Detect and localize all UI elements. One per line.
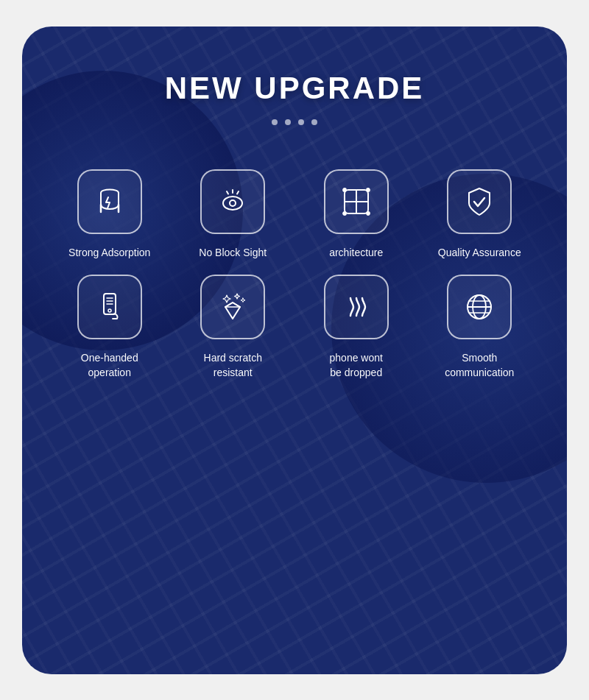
feature-label-hard-scratch-resistant: Hard scratchresistant xyxy=(204,351,262,380)
feature-label-no-block-sight: No Block Sight xyxy=(199,246,267,261)
svg-point-16 xyxy=(108,309,111,312)
feature-one-handed-operation: One-handedoperation xyxy=(52,275,168,380)
dot-1 xyxy=(272,119,278,125)
icon-box-eye xyxy=(200,169,265,234)
magnet-icon xyxy=(92,184,127,219)
card: NEW UPGRADE St xyxy=(22,26,567,674)
feature-label-one-handed-operation: One-handedoperation xyxy=(81,351,138,380)
feature-architecture: architecture xyxy=(298,169,415,261)
feature-hard-scratch-resistant: Hard scratchresistant xyxy=(175,275,292,380)
features-grid: Strong Adsorption No Block xyxy=(52,169,537,381)
feature-strong-adsorption: Strong Adsorption xyxy=(52,169,168,261)
svg-point-11 xyxy=(367,212,370,215)
svg-marker-19 xyxy=(241,298,245,303)
icon-box-shield xyxy=(447,169,512,234)
svg-point-10 xyxy=(343,212,346,215)
svg-line-22 xyxy=(225,303,233,307)
svg-marker-17 xyxy=(223,295,230,303)
svg-line-23 xyxy=(233,303,240,307)
svg-line-1 xyxy=(227,191,228,194)
icon-box-diamond xyxy=(200,275,265,339)
svg-point-8 xyxy=(343,188,346,191)
dot-2 xyxy=(285,119,291,125)
page-title: NEW UPGRADE xyxy=(165,71,425,106)
shield-check-icon xyxy=(462,184,497,219)
diamond-stars-icon xyxy=(215,289,250,325)
feature-smooth-communication: Smoothcommunication xyxy=(422,275,538,380)
svg-point-3 xyxy=(223,197,242,210)
svg-marker-18 xyxy=(235,294,240,299)
feature-label-phone-wont-be-dropped: phone wontbe dropped xyxy=(330,351,383,380)
phone-handle-icon xyxy=(92,289,127,325)
feature-no-block-sight: No Block Sight xyxy=(175,169,292,261)
svg-marker-20 xyxy=(225,303,240,319)
dot-3 xyxy=(298,119,304,125)
icon-box-heat-waves xyxy=(324,275,389,339)
icon-box-magnet xyxy=(77,169,142,234)
feature-label-strong-adsorption: Strong Adsorption xyxy=(68,246,150,261)
grid-icon xyxy=(339,184,374,219)
svg-point-9 xyxy=(367,188,370,191)
feature-quality-assurance: Quality Assurance xyxy=(422,169,538,261)
globe-icon xyxy=(462,289,497,325)
eye-icon xyxy=(215,184,250,219)
pagination-dots xyxy=(272,119,317,125)
dot-4 xyxy=(311,119,317,125)
content-area: NEW UPGRADE St xyxy=(22,26,567,410)
icon-box-grid xyxy=(324,169,389,234)
icon-box-phone-handle xyxy=(77,275,142,339)
svg-point-4 xyxy=(230,200,236,206)
svg-line-2 xyxy=(237,191,239,194)
feature-label-quality-assurance: Quality Assurance xyxy=(438,246,521,261)
icon-box-globe xyxy=(447,275,512,339)
feature-phone-wont-be-dropped: phone wontbe dropped xyxy=(298,275,415,380)
feature-label-smooth-communication: Smoothcommunication xyxy=(445,351,514,380)
heat-waves-icon xyxy=(339,289,374,325)
feature-label-architecture: architecture xyxy=(329,246,383,261)
